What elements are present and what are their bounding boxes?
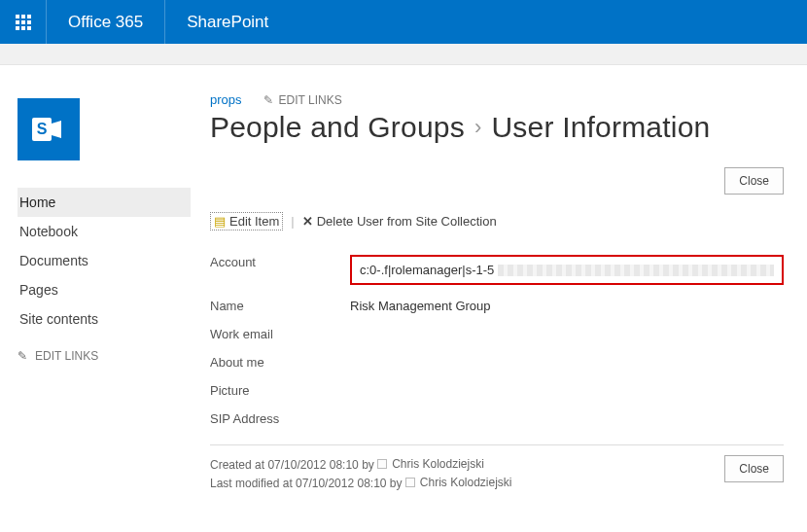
main-content: props ✎ EDIT LINKS People and Groups › U… — [191, 65, 807, 512]
nav-item-pages[interactable]: Pages — [18, 275, 191, 304]
account-redacted-tail — [498, 265, 774, 276]
field-label-account: Account — [210, 255, 350, 269]
edit-item-label: Edit Item — [229, 214, 279, 229]
account-highlight-box: c:0-.f|rolemanager|s-1-5 — [350, 255, 784, 285]
account-value-visible: c:0-.f|rolemanager|s-1-5 — [360, 263, 494, 277]
quick-launch: Home Notebook Documents Pages Site conte… — [18, 188, 191, 334]
field-row-picture: Picture — [210, 376, 784, 405]
page-title-right: User Information — [491, 111, 710, 144]
audit-by-2: by — [386, 477, 404, 490]
user-fields: Account c:0-.f|rolemanager|s-1-5 Name Ri… — [210, 248, 784, 433]
nav-edit-links-label: EDIT LINKS — [35, 349, 98, 363]
delete-user-button[interactable]: ✕ Delete User from Site Collection — [302, 214, 497, 229]
site-logo[interactable]: S — [18, 98, 80, 160]
waffle-icon — [16, 15, 31, 30]
presence-icon — [405, 478, 415, 487]
audit-modified-ts: 07/10/2012 08:10 — [296, 477, 386, 490]
edit-icon: ▤ — [214, 214, 226, 229]
field-label-about-me: About me — [210, 355, 350, 370]
field-row-account: Account c:0-.f|rolemanager|s-1-5 — [210, 248, 784, 292]
nav-item-documents[interactable]: Documents — [18, 246, 191, 275]
field-row-work-email: Work email — [210, 320, 784, 348]
close-button-top[interactable]: Close — [724, 167, 784, 195]
field-label-sip: SIP Address — [210, 411, 350, 426]
suite-app-name[interactable]: SharePoint — [165, 13, 290, 32]
field-row-about-me: About me — [210, 348, 784, 376]
app-launcher-button[interactable] — [0, 0, 47, 44]
toolbar-divider: | — [291, 214, 294, 229]
svg-text:S: S — [37, 121, 48, 137]
field-label-picture: Picture — [210, 383, 350, 398]
nav-edit-links[interactable]: ✎ EDIT LINKS — [18, 349, 191, 363]
pencil-icon: ✎ — [18, 349, 27, 363]
field-row-sip: SIP Address — [210, 405, 784, 433]
page-title: People and Groups › User Information — [210, 111, 784, 144]
suite-bar: Office 365 SharePoint — [0, 0, 807, 44]
edit-links-button[interactable]: ✎ EDIT LINKS — [263, 93, 342, 107]
presence-icon — [377, 459, 387, 469]
field-value-name: Risk Management Group — [350, 299, 784, 313]
suite-brand[interactable]: Office 365 — [47, 0, 165, 44]
nav-item-home[interactable]: Home — [18, 188, 191, 217]
audit-created-user[interactable]: Chris Kolodziejski — [377, 455, 484, 473]
audit-created-ts: 07/10/2012 08:10 — [267, 458, 358, 472]
nav-item-site-contents[interactable]: Site contents — [18, 304, 191, 334]
audit-modified-user[interactable]: Chris Kolodziejski — [405, 474, 512, 491]
footer-row: Created at 07/10/2012 08:10 by Chris Kol… — [210, 455, 784, 492]
audit-created-prefix: Created at — [210, 458, 267, 472]
delete-user-label: Delete User from Site Collection — [317, 214, 497, 229]
left-column: S Home Notebook Documents Pages Site con… — [0, 65, 191, 512]
field-label-work-email: Work email — [210, 327, 350, 341]
edit-links-label: EDIT LINKS — [279, 93, 342, 107]
item-toolbar: ▤ Edit Item | ✕ Delete User from Site Co… — [210, 212, 784, 231]
delete-icon: ✕ — [302, 214, 313, 229]
audit-modified-prefix: Last modified at — [210, 477, 296, 490]
audit-created: Created at 07/10/2012 08:10 by Chris Kol… — [210, 455, 512, 474]
breadcrumb-row: props ✎ EDIT LINKS — [210, 92, 784, 107]
field-value-account: c:0-.f|rolemanager|s-1-5 — [350, 255, 784, 285]
breadcrumb-link[interactable]: props — [210, 92, 242, 107]
audit-info: Created at 07/10/2012 08:10 by Chris Kol… — [210, 455, 512, 492]
divider — [210, 444, 784, 445]
audit-by-1: by — [359, 458, 377, 472]
field-row-name: Name Risk Management Group — [210, 292, 784, 320]
field-label-name: Name — [210, 299, 350, 313]
close-row-top: Close — [210, 167, 784, 195]
page-title-left: People and Groups — [210, 111, 465, 144]
ribbon-bar — [0, 44, 807, 65]
nav-item-notebook[interactable]: Notebook — [18, 217, 191, 246]
pencil-icon: ✎ — [263, 93, 273, 107]
chevron-right-icon: › — [474, 115, 482, 140]
edit-item-button[interactable]: ▤ Edit Item — [210, 212, 283, 231]
sharepoint-icon: S — [29, 110, 68, 149]
audit-modified-user-name: Chris Kolodziejski — [420, 474, 512, 491]
audit-modified: Last modified at 07/10/2012 08:10 by Chr… — [210, 474, 512, 492]
close-button-bottom[interactable]: Close — [724, 455, 784, 482]
audit-created-user-name: Chris Kolodziejski — [392, 455, 484, 473]
